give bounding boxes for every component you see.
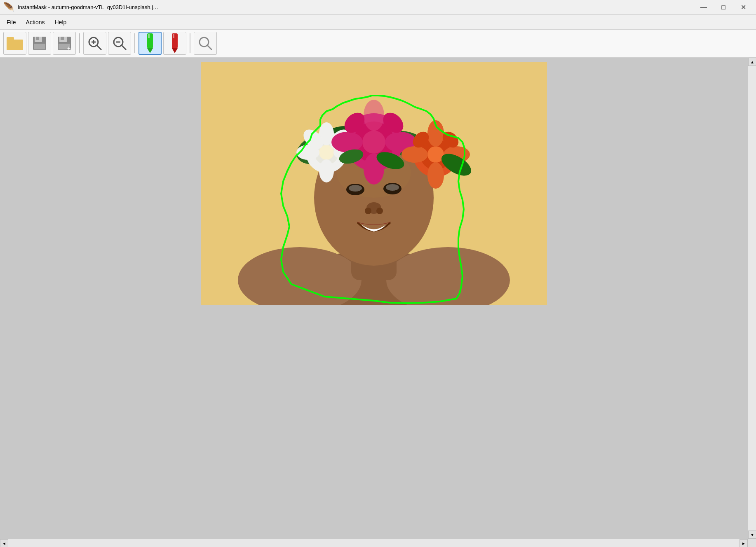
- canvas-main: ▲ ▼ ◄ ►: [0, 58, 756, 547]
- minimize-button[interactable]: —: [694, 1, 713, 14]
- menu-help[interactable]: Help: [49, 17, 71, 27]
- menu-file[interactable]: File: [2, 17, 21, 27]
- folder-icon: [7, 36, 23, 50]
- title-bar-left: 🪶 InstantMask - autumn-goodman-vTL_qy03D…: [3, 2, 158, 13]
- svg-rect-2: [36, 37, 39, 40]
- svg-point-57: [331, 132, 363, 152]
- title-bar-controls: — □ ✕: [694, 1, 753, 14]
- zoom-out-icon: [112, 35, 127, 51]
- scrollbar-horizontal: ◄ ►: [0, 539, 748, 547]
- menu-bar: File Actions Help: [0, 15, 756, 30]
- svg-point-66: [401, 146, 428, 163]
- background-pencil-button[interactable]: [163, 32, 186, 55]
- svg-point-55: [364, 100, 384, 131]
- scroll-up-button[interactable]: ▲: [748, 58, 756, 66]
- svg-marker-18: [147, 48, 153, 53]
- svg-text:+: +: [67, 45, 70, 51]
- svg-point-33: [349, 185, 362, 192]
- scroll-right-button[interactable]: ►: [740, 539, 748, 547]
- open-button[interactable]: [3, 32, 26, 55]
- pencil-green-icon: [146, 33, 155, 53]
- separator-1: [79, 33, 80, 53]
- zoom-in-icon: [87, 35, 103, 51]
- svg-marker-21: [172, 48, 178, 53]
- save-as-icon: +: [56, 35, 72, 51]
- save-as-button[interactable]: +: [53, 32, 76, 55]
- svg-point-65: [427, 162, 444, 189]
- process-button[interactable]: [194, 32, 217, 55]
- svg-point-22: [200, 37, 209, 47]
- save-icon: [32, 35, 47, 51]
- save-button[interactable]: [28, 32, 51, 55]
- svg-rect-6: [61, 37, 64, 40]
- zoom-in-button[interactable]: [83, 32, 106, 55]
- photo-canvas: [201, 62, 547, 305]
- svg-point-47: [319, 159, 334, 182]
- canvas-inner[interactable]: [0, 58, 748, 539]
- separator-3: [190, 33, 190, 53]
- close-button[interactable]: ✕: [734, 1, 753, 14]
- svg-point-36: [365, 208, 371, 214]
- canvas-container: ▲ ▼ ◄ ►: [0, 58, 756, 547]
- svg-line-15: [122, 45, 126, 50]
- svg-rect-17: [148, 34, 150, 38]
- app-logo: 🪶: [3, 2, 14, 13]
- svg-rect-20: [173, 34, 174, 38]
- window-title: InstantMask - autumn-goodman-vTL_qy03D1I…: [18, 4, 158, 10]
- process-icon: [197, 35, 213, 51]
- scroll-track-horizontal: [8, 539, 740, 547]
- maximize-button[interactable]: □: [714, 1, 733, 14]
- scroll-track-vertical: [748, 66, 756, 531]
- scrollbar-vertical: ▲ ▼: [748, 58, 756, 539]
- svg-point-34: [386, 184, 399, 191]
- scroll-down-button[interactable]: ▼: [748, 531, 756, 539]
- svg-rect-3: [34, 44, 45, 49]
- scroll-left-button[interactable]: ◄: [0, 539, 8, 547]
- foreground-pencil-button[interactable]: [139, 32, 162, 55]
- svg-line-23: [207, 45, 212, 50]
- svg-point-63: [427, 146, 444, 163]
- scrollbar-corner: [748, 539, 756, 547]
- image-viewport: [0, 58, 748, 539]
- zoom-out-button[interactable]: [108, 32, 131, 55]
- toolbar: +: [0, 30, 756, 58]
- svg-point-54: [362, 131, 385, 154]
- pencil-red-icon: [170, 33, 179, 53]
- svg-line-12: [97, 45, 101, 50]
- svg-point-37: [376, 208, 383, 214]
- menu-actions[interactable]: Actions: [21, 17, 50, 27]
- separator-2: [134, 33, 135, 53]
- title-bar: 🪶 InstantMask - autumn-goodman-vTL_qy03D…: [0, 0, 756, 15]
